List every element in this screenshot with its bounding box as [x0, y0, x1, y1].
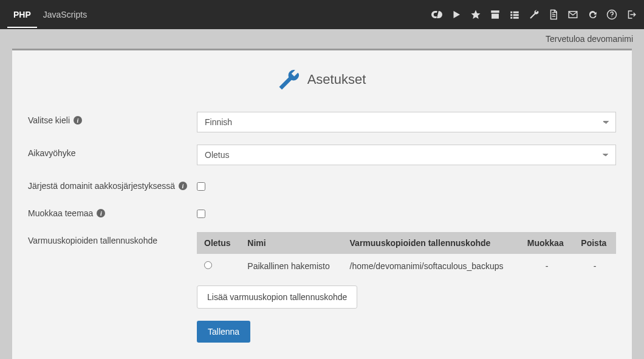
table-row: Paikallinen hakemisto /home/devomanimi/s… — [197, 254, 616, 278]
logout-icon[interactable] — [626, 9, 637, 20]
row-timezone: Aikavyöhyke Oletus — [28, 145, 616, 165]
add-backup-button[interactable]: Lisää varmuuskopion tallennuskohde — [197, 285, 357, 309]
archive-icon[interactable] — [490, 9, 501, 20]
row-backup-location: Varmuuskopioiden tallennuskohde Oletus N… — [28, 232, 616, 343]
label-language-text: Valitse kieli — [28, 115, 70, 125]
th-edit: Muokkaa — [520, 232, 574, 254]
cell-backup-name: Paikallinen hakemisto — [240, 254, 342, 278]
refresh-icon[interactable] — [587, 9, 598, 20]
th-delete: Poista — [574, 232, 616, 254]
backup-table: Oletus Nimi Varmuuskopioiden tallennusko… — [197, 232, 616, 278]
toolbar-icons — [431, 9, 637, 20]
cell-backup-edit: - — [520, 254, 574, 278]
play-icon[interactable] — [451, 9, 462, 20]
label-timezone-text: Aikavyöhyke — [28, 148, 76, 158]
info-icon[interactable]: i — [74, 116, 82, 125]
info-icon[interactable]: i — [97, 209, 105, 217]
row-edit-theme: Muokkaa teemaa i — [28, 205, 616, 220]
settings-wrench-icon — [278, 69, 300, 91]
label-sort-domains: Järjestä domainit aakkosjärjestyksessä i — [28, 177, 197, 191]
checkbox-sort-domains[interactable] — [197, 182, 205, 191]
label-sort-domains-text: Järjestä domainit aakkosjärjestyksessä — [28, 181, 175, 191]
select-timezone[interactable]: Oletus — [197, 145, 616, 165]
page-header: Asetukset — [12, 50, 632, 112]
label-language: Valitse kieli i — [28, 112, 197, 125]
settings-form: Valitse kieli i Finnish Aikavyöhyke Olet… — [12, 112, 632, 343]
tab-php[interactable]: PHP — [7, 1, 37, 28]
select-language[interactable]: Finnish — [197, 112, 616, 132]
star-icon[interactable] — [470, 9, 481, 20]
tab-javascripts[interactable]: JavaScripts — [37, 1, 93, 28]
tab-group: PHP JavaScripts — [7, 1, 93, 28]
list-icon[interactable] — [509, 9, 520, 20]
cell-backup-delete: - — [574, 254, 616, 278]
save-button[interactable]: Tallenna — [197, 321, 250, 343]
wrench-icon[interactable] — [529, 9, 540, 20]
file-icon[interactable] — [548, 9, 559, 20]
th-name: Nimi — [240, 232, 342, 254]
row-sort-domains: Järjestä domainit aakkosjärjestyksessä i — [28, 177, 616, 193]
checkbox-edit-theme[interactable] — [197, 210, 205, 218]
label-timezone: Aikavyöhyke — [28, 145, 197, 158]
radio-default-backup[interactable] — [204, 261, 212, 269]
cpanel-icon[interactable] — [431, 9, 442, 20]
label-backup-location: Varmuuskopioiden tallennuskohde — [28, 232, 197, 245]
help-icon[interactable] — [606, 9, 617, 20]
top-navigation-bar: PHP JavaScripts — [0, 0, 644, 29]
label-edit-theme: Muokkaa teemaa i — [28, 205, 197, 218]
cell-backup-location: /home/devomanimi/softaculous_backups — [343, 254, 520, 278]
th-location: Varmuuskopioiden tallennuskohde — [343, 232, 520, 254]
label-edit-theme-text: Muokkaa teemaa — [28, 208, 93, 218]
table-header-row: Oletus Nimi Varmuuskopioiden tallennusko… — [197, 232, 616, 254]
mail-icon[interactable] — [567, 9, 578, 20]
welcome-text: Tervetuloa devomanimi — [0, 29, 644, 49]
row-language: Valitse kieli i Finnish — [28, 112, 616, 132]
page-title: Asetukset — [307, 72, 366, 87]
info-icon[interactable]: i — [179, 182, 187, 190]
label-backup-location-text: Varmuuskopioiden tallennuskohde — [28, 236, 157, 245]
th-default: Oletus — [197, 232, 240, 254]
main-content: Asetukset Valitse kieli i Finnish Aikavy… — [12, 49, 632, 359]
